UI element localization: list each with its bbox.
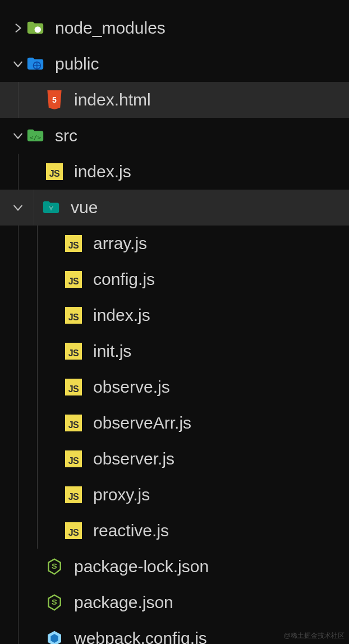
file-label: webpack.config.js <box>74 629 207 644</box>
svg-point-0 <box>35 26 41 33</box>
folder-label: node_modules <box>55 19 166 38</box>
file-tree: node_modules public 5 index.html </> src <box>0 0 349 644</box>
file-package-lock-json[interactable]: package-lock.json <box>0 549 349 585</box>
file-src-index-js[interactable]: JS index.js <box>0 154 349 190</box>
chevron-down-icon <box>10 203 26 213</box>
file-label: index.js <box>93 306 150 325</box>
js-file-icon: JS <box>64 413 83 433</box>
js-file-icon: JS <box>45 162 64 181</box>
file-init-js[interactable]: JS init.js <box>0 333 349 369</box>
folder-vue[interactable]: vue <box>0 190 349 226</box>
webpack-file-icon <box>45 629 64 644</box>
chevron-down-icon <box>10 131 26 141</box>
html-file-icon: 5 <box>45 90 64 109</box>
folder-icon <box>26 19 45 38</box>
js-file-icon: JS <box>64 270 83 289</box>
folder-public[interactable]: public <box>0 46 349 82</box>
file-vue-index-js[interactable]: JS index.js <box>0 297 349 333</box>
chevron-right-icon <box>10 23 26 33</box>
file-label: array.js <box>93 234 147 253</box>
file-reactive-js[interactable]: JS reactive.js <box>0 513 349 549</box>
indent-guide <box>10 82 29 118</box>
file-observearr-js[interactable]: JS observeArr.js <box>0 405 349 441</box>
file-label: reactive.js <box>93 521 169 540</box>
nodejs-file-icon <box>45 557 64 576</box>
js-file-icon: JS <box>64 449 83 468</box>
js-file-icon: JS <box>64 234 83 253</box>
folder-src[interactable]: </> src <box>0 118 349 154</box>
file-label: observeArr.js <box>93 413 191 433</box>
js-file-icon: JS <box>64 306 83 325</box>
folder-label: src <box>55 126 77 145</box>
folder-src-icon: </> <box>26 126 45 145</box>
file-label: proxy.js <box>93 485 150 504</box>
file-proxy-js[interactable]: JS proxy.js <box>0 477 349 513</box>
indent-guide <box>10 154 29 190</box>
js-file-icon: JS <box>64 378 83 397</box>
folder-label: vue <box>71 198 98 217</box>
file-label: config.js <box>93 270 155 289</box>
file-array-js[interactable]: JS array.js <box>0 226 349 261</box>
nodejs-file-icon <box>45 593 64 612</box>
folder-public-icon <box>26 54 45 73</box>
file-label: observer.js <box>93 449 174 468</box>
file-label: package-lock.json <box>74 557 209 576</box>
file-package-json[interactable]: package.json <box>0 585 349 620</box>
watermark: @稀土掘金技术社区 <box>284 631 345 641</box>
folder-node-modules[interactable]: node_modules <box>0 10 349 46</box>
file-label: package.json <box>74 593 173 612</box>
folder-label: public <box>55 54 99 73</box>
file-label: init.js <box>93 342 131 361</box>
indent-guide <box>26 190 45 226</box>
js-file-icon: JS <box>64 342 83 361</box>
file-label: index.html <box>74 90 151 109</box>
chevron-down-icon <box>10 59 26 69</box>
js-file-icon: JS <box>64 521 83 540</box>
file-index-html[interactable]: 5 index.html <box>0 82 349 118</box>
file-label: observe.js <box>93 378 170 397</box>
file-observe-js[interactable]: JS observe.js <box>0 369 349 405</box>
file-observer-js[interactable]: JS observer.js <box>0 441 349 477</box>
file-config-js[interactable]: JS config.js <box>0 261 349 297</box>
file-label: index.js <box>74 162 131 181</box>
svg-text:</>: </> <box>30 134 42 141</box>
js-file-icon: JS <box>64 485 83 504</box>
